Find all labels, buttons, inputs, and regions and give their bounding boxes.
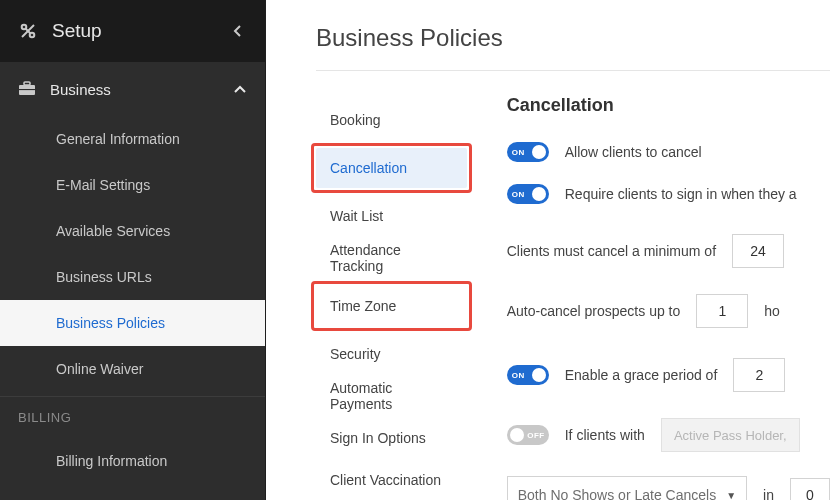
setting-label: Auto-cancel prospects up to xyxy=(507,303,681,319)
sidebar-item-label: Business Policies xyxy=(56,315,165,331)
row-min-cancel: Clients must cancel a minimum of xyxy=(507,234,830,268)
subnav-highlight-cancellation: Cancellation xyxy=(311,143,472,193)
sidebar-item-billing-information[interactable]: Billing Information xyxy=(0,438,265,484)
toggle-grace-period[interactable]: ON xyxy=(507,365,549,385)
sidebar-item-online-waiver[interactable]: Online Waiver xyxy=(0,346,265,392)
setting-label: If clients with xyxy=(565,427,645,443)
subnav-item-automatic-payments[interactable]: Automatic Payments xyxy=(316,375,467,417)
subnav-highlight-time-zone: Time Zone xyxy=(311,281,472,331)
toggle-label: ON xyxy=(512,148,525,157)
subnav-item-client-vaccination[interactable]: Client Vaccination xyxy=(316,459,467,500)
subnav-item-label: Cancellation xyxy=(330,160,407,176)
subnav-item-label: Security xyxy=(330,346,381,362)
svg-rect-3 xyxy=(24,82,30,85)
toggle-require-signin[interactable]: ON xyxy=(507,184,549,204)
setting-label: Require clients to sign in when they a xyxy=(565,186,797,202)
subnav-item-label: Sign In Options xyxy=(330,430,426,446)
svg-point-0 xyxy=(22,25,27,30)
subnav-item-attendance-tracking[interactable]: Attendance Tracking xyxy=(316,237,467,279)
toggle-label: ON xyxy=(512,371,525,380)
min-cancel-input[interactable] xyxy=(732,234,784,268)
briefcase-icon xyxy=(18,80,36,99)
row-grace-period: ON Enable a grace period of xyxy=(507,358,830,392)
main-content: Business Policies Booking Cancellation W… xyxy=(266,0,830,500)
sidebar-item-business-policies[interactable]: Business Policies xyxy=(0,300,265,346)
prospects-input[interactable] xyxy=(696,294,748,328)
subnav-item-label: Booking xyxy=(330,112,381,128)
subnav-item-label: Attendance Tracking xyxy=(330,242,453,274)
row-if-clients: OFF If clients with Active Pass Holder, xyxy=(507,418,830,452)
toggle-if-clients[interactable]: OFF xyxy=(507,425,549,445)
pass-holder-box: Active Pass Holder, xyxy=(661,418,800,452)
subnav-item-booking[interactable]: Booking xyxy=(316,99,467,141)
sidebar-item-label: Online Waiver xyxy=(56,361,143,377)
row-autocancel-prospects: Auto-cancel prospects up to ho xyxy=(507,294,830,328)
settings-heading: Cancellation xyxy=(507,95,830,116)
select-value: Both No Shows or Late Cancels xyxy=(518,487,716,500)
in-value-input[interactable] xyxy=(790,478,830,500)
subnav-item-label: Automatic Payments xyxy=(330,380,453,412)
chevron-up-icon xyxy=(233,84,247,94)
page-title: Business Policies xyxy=(316,24,830,71)
sidebar-item-general-information[interactable]: General Information xyxy=(0,116,265,162)
subnav-item-security[interactable]: Security xyxy=(316,333,467,375)
noshow-select[interactable]: Both No Shows or Late Cancels ▼ xyxy=(507,476,747,500)
subnav-item-label: Client Vaccination xyxy=(330,472,441,488)
setting-label: Enable a grace period of xyxy=(565,367,718,383)
sidebar-section-billing: BILLING xyxy=(0,396,265,438)
toggle-label: ON xyxy=(512,190,525,199)
sidebar-title: Setup xyxy=(52,20,213,42)
sidebar-item-available-services[interactable]: Available Services xyxy=(0,208,265,254)
subnav-item-time-zone[interactable]: Time Zone xyxy=(316,286,467,326)
toggle-label: OFF xyxy=(527,431,545,440)
svg-point-1 xyxy=(30,33,35,38)
content-columns: Booking Cancellation Wait List Attendanc… xyxy=(316,93,830,500)
row-select-noshows: Both No Shows or Late Cancels ▼ in xyxy=(507,476,830,500)
sidebar-section-business[interactable]: Business xyxy=(0,62,265,116)
sidebar-item-label: Business URLs xyxy=(56,269,152,285)
sidebar-section-label: BILLING xyxy=(18,410,71,425)
sidebar-section-label: Business xyxy=(50,81,111,98)
setup-icon xyxy=(18,21,38,41)
sidebar-item-business-urls[interactable]: Business URLs xyxy=(0,254,265,300)
sidebar-collapse-button[interactable] xyxy=(227,21,247,41)
row-allow-cancel: ON Allow clients to cancel xyxy=(507,142,830,162)
sidebar-item-email-settings[interactable]: E-Mail Settings xyxy=(0,162,265,208)
subnav-item-cancellation[interactable]: Cancellation xyxy=(316,148,467,188)
grace-input[interactable] xyxy=(733,358,785,392)
sidebar-header: Setup xyxy=(0,0,265,62)
policies-subnav: Booking Cancellation Wait List Attendanc… xyxy=(316,93,467,500)
toggle-allow-cancel[interactable]: ON xyxy=(507,142,549,162)
sidebar-item-label: Available Services xyxy=(56,223,170,239)
sidebar-item-label: General Information xyxy=(56,131,180,147)
subnav-item-label: Time Zone xyxy=(330,298,396,314)
caret-down-icon: ▼ xyxy=(726,490,736,501)
svg-rect-4 xyxy=(19,89,35,90)
setting-label: Allow clients to cancel xyxy=(565,144,702,160)
subnav-item-wait-list[interactable]: Wait List xyxy=(316,195,467,237)
row-require-signin: ON Require clients to sign in when they … xyxy=(507,184,830,204)
sidebar-item-label: Billing Information xyxy=(56,453,167,469)
sidebar-item-label: E-Mail Settings xyxy=(56,177,150,193)
sidebar: Setup Business General Information E-Mai… xyxy=(0,0,266,500)
unit-label: ho xyxy=(764,303,780,319)
subnav-item-sign-in-options[interactable]: Sign In Options xyxy=(316,417,467,459)
subnav-item-label: Wait List xyxy=(330,208,383,224)
setting-label: Clients must cancel a minimum of xyxy=(507,243,716,259)
in-label: in xyxy=(763,487,774,500)
settings-panel: Cancellation ON Allow clients to cancel … xyxy=(507,93,830,500)
